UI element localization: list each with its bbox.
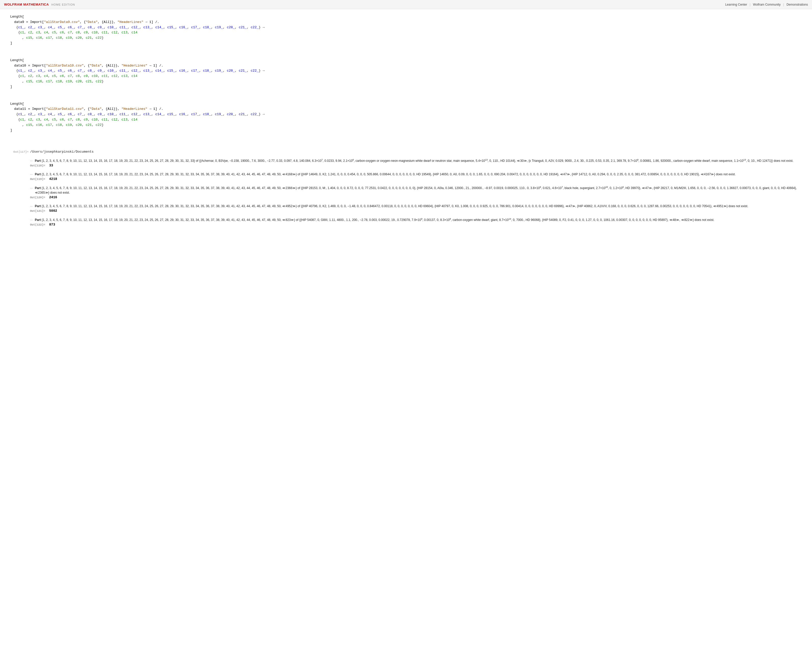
output-122: ··· Part {1, 2, 3, 4, 5, 6, 7, 8, 9, 10,… xyxy=(10,217,802,226)
part-message-119: Part {1, 2, 3, 4, 5, 6, 7, 8, 9, 10, 11,… xyxy=(35,172,736,176)
out-label-118-part xyxy=(10,158,29,159)
code-cell-1: Length[ data9 = Import["allStarData9.csv… xyxy=(10,14,802,46)
ellipsis-118: ··· xyxy=(30,159,33,163)
learning-center-link[interactable]: Learning Center xyxy=(725,3,747,6)
ellipsis-122: ··· xyxy=(30,218,33,222)
wolfram-community-link[interactable]: Wolfram Community xyxy=(753,3,780,6)
ellipsis-120: ··· xyxy=(30,186,33,190)
out-label-117: Out[117]= xyxy=(10,150,29,154)
output-120: ··· Part {1, 2, 3, 4, 5, 6, 7, 8, 9, 10,… xyxy=(10,186,802,199)
ellipsis-121: ··· xyxy=(30,204,33,208)
out-label-122-part xyxy=(10,217,29,218)
output-118: ··· Part {1, 2, 3, 4, 5, 6, 7, 8, 9, 10,… xyxy=(10,158,802,167)
out-label-119-part xyxy=(10,172,29,173)
top-navigation: WOLFRAM MATHEMATICA HOME EDITION Learnin… xyxy=(0,0,812,9)
out-number-122: Out[122]= 873 xyxy=(30,223,802,226)
out-number-121: Out[121]= 5002 xyxy=(30,209,802,213)
out-number-120: Out[120]= 2416 xyxy=(30,196,802,199)
part-message-118: Part {1, 2, 3, 4, 5, 6, 7, 8, 9, 10, 11,… xyxy=(35,158,793,163)
topnav-brand: WOLFRAM MATHEMATICA HOME EDITION xyxy=(4,3,75,6)
ellipsis-119: ··· xyxy=(30,172,33,176)
nav-separator-1: | xyxy=(750,3,751,6)
code-cell-3: Length[ data11 = Import["allStarData11.c… xyxy=(10,102,802,133)
topnav-links: Learning Center | Wolfram Community | De… xyxy=(725,3,808,6)
main-content: Length[ data9 = Import["allStarData9.csv… xyxy=(0,9,812,239)
output-119: ··· Part {1, 2, 3, 4, 5, 6, 7, 8, 9, 10,… xyxy=(10,172,802,181)
part-message-121: Part {1, 2, 3, 4, 5, 6, 7, 8, 9, 10, 11,… xyxy=(35,204,748,209)
output-121: ··· Part {1, 2, 3, 4, 5, 6, 7, 8, 9, 10,… xyxy=(10,204,802,213)
out-label-121-part xyxy=(10,204,29,204)
part-message-120: Part {1, 2, 3, 4, 5, 6, 7, 8, 9, 10, 11,… xyxy=(35,186,802,195)
code-cell-2: Length[ data10 = Import["allStarData10.c… xyxy=(10,58,802,90)
out-number-119: Out[119]= 4218 xyxy=(30,177,802,181)
home-edition-label: HOME EDITION xyxy=(52,3,75,6)
wolfram-label: WOLFRAM MATHEMATICA xyxy=(4,3,49,6)
out-value-117: /Users/josephkarpinski/Documents xyxy=(30,150,802,154)
out-label-120-part xyxy=(10,186,29,186)
out-number-118: Out[118]= 33 xyxy=(30,163,802,167)
demonstrations-link[interactable]: Demonstrations xyxy=(786,3,808,6)
part-message-122: Part {1, 2, 3, 4, 5, 6, 7, 8, 9, 10, 11,… xyxy=(35,217,714,222)
output-117: Out[117]= /Users/josephkarpinski/Documen… xyxy=(10,150,802,154)
nav-separator-2: | xyxy=(783,3,784,6)
